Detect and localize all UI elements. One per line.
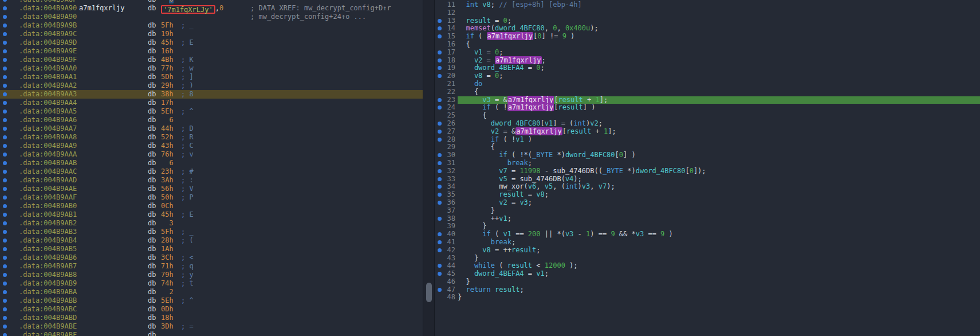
data-label[interactable]: a7m1fqxrljy [79,4,124,13]
disasm-row[interactable]: .data:004B9ABCdb0Dh [0,305,423,314]
pseudocode-line[interactable]: 15if ( a7m1fqxrljy[0] != 9 ) [435,33,980,41]
disasm-row[interactable]: .data:004B9AB9db74h; t [0,279,423,288]
pseudocode-line[interactable]: 12 [435,9,980,17]
disasm-row[interactable]: .data:004B9AACdb23h; # [0,167,423,176]
disasm-row[interactable]: .data:004B9ABAdb 2 [0,288,423,296]
disasm-row[interactable]: .data:004B9AB1db45h; E [0,210,423,219]
pseudocode-line[interactable]: 40if ( v1 == 200 || *(v3 - 1) == 9 && *v… [435,230,980,239]
pseudocode-line[interactable]: 43} [435,255,980,263]
pseudocode-line[interactable]: 13result = 0; [435,17,980,25]
disasm-row[interactable]: .data:004B9AAFdb50h; P [0,193,423,202]
disasm-row[interactable]: .data:004B9A9Bdb5Fh; _ [0,21,423,30]
pseudocode-line[interactable]: 11int v8; // [esp+8h] [ebp-4h] [435,1,980,9]
disasm-row[interactable]: .data:004B9A9Cdb19h [0,30,423,38]
pseudocode-line[interactable]: 18v2 = a7m1fqxrljy; [435,57,980,65]
pseudocode-line[interactable]: 34mw_xor(v6, v5, (int)v3, v7); [435,183,980,191]
scrollbar-thumb[interactable] [426,283,432,302]
disasm-row[interactable]: .data:004B9AA5db5Eh; ^ [0,107,423,116]
pseudocode-line[interactable]: 32v7 = 11998 - sub_4746DB((_BYTE *)dword… [435,167,980,175]
pseudocode-line[interactable]: 33v5 = sub_4746DB(v4); [435,175,980,183]
code-text: break; [458,239,980,247]
disasm-row[interactable]: .data:004B9AB2db 3 [0,219,423,228]
pseudocode-line[interactable]: 27v2 = &a7m1fqxrljy[result + 1]; [435,128,980,136]
disasm-row[interactable]: .data:004B9A8Fdb 0 [0,0,423,4]
vertical-scrollbar[interactable] [423,0,435,336]
pseudocode-line[interactable]: 48} [435,294,980,302]
pseudocode-line[interactable]: 30if ( !*(_BYTE *)dword_4BFC80[0] ) [435,151,980,159]
pseudocode-line[interactable]: 29{ [435,143,980,151]
pseudocode-line[interactable]: 31break; [435,159,980,167]
disasm-row[interactable]: .data:004B9AB6db3Ch; < [0,253,423,262]
disasm-row[interactable]: .data:004B9ABBdb5Eh; ^ [0,296,423,305]
ascii-comment: ; _ [181,228,194,236]
disasm-row[interactable]: .data:004B9AA0db77h; w [0,64,423,73]
pseudocode-line[interactable]: 19dword_4BEFA4 = 0; [435,64,980,72]
disasm-row[interactable]: .data:004B9ABDdb18h [0,314,423,322]
disasm-row[interactable]: .data:004B9AA4db17h [0,99,423,107]
disasm-row[interactable]: .data:004B9AA7db44h; D [0,124,423,133]
disasm-row[interactable]: .data:004B9AAAdb76h; v [0,150,423,159]
pseudocode-line[interactable]: 46} [435,278,980,286]
address-marker-icon [438,272,442,276]
disasm-row[interactable]: .data:004B9A9Edb16h [0,47,423,56]
token: = [482,72,495,80]
token: - [573,230,586,238]
disasm-row[interactable]: .data:004B9ABFdb [0,331,423,336]
disasm-row[interactable]: .data:004B9A90a7m1fqxrljydb'7m1fqXrLJy',… [0,4,423,13]
pseudocode-line[interactable]: 16{ [435,41,980,49]
pseudocode-line[interactable]: 25{ [435,112,980,120]
pseudocode-line[interactable]: 44while ( result < 12000 ); [435,262,980,270]
pseudocode-line[interactable]: 20v8 = 0; [435,72,980,80]
pseudocode-line[interactable]: 26dword_4BFC80[v1] = (int)v2; [435,120,980,128]
pseudocode-line[interactable]: 45dword_4BEFA4 = v1; [435,270,980,278]
disasm-row[interactable]: .data:004B9AB7db71h; q [0,262,423,271]
pseudocode-line[interactable]: 22{ [435,88,980,96]
value: 56h [161,185,174,193]
pseudocode-line[interactable]: 28if ( !v1 ) [435,136,980,144]
disasm-row[interactable]: .data:004B9AA1db5Dh; ] [0,73,423,81]
byte-value: 0 [161,0,174,4]
pseudocode-line[interactable]: 37} [435,207,980,215]
disasm-row[interactable]: .data:004B9AADdb3Ah; : [0,176,423,185]
disasm-row[interactable]: .data:004B9AA3db38h; 8 [0,90,423,99]
token: ; [528,198,532,206]
disasm-row[interactable]: .data:004B9AA6db 6 [0,116,423,124]
pseudocode-line[interactable]: 39} [435,222,980,230]
token: ; [541,64,545,72]
pseudocode-line[interactable]: 38++v1; [435,215,980,223]
disasm-row[interactable]: .data:004B9AA8db52h; R [0,133,423,142]
code-text: v3 = &a7m1fqxrljy[result + 1]; [458,96,980,104]
pseudocode-pane[interactable]: 11int v8; // [esp+8h] [ebp-4h]1213result… [435,0,980,336]
byte-value: 50h [161,193,174,202]
line-number: 12 [442,9,455,17]
disasm-row[interactable]: .data:004B9AA2db29h; ) [0,81,423,90]
pseudocode-line[interactable]: 24if ( !a7m1fqxrljy[result] ) [435,104,980,112]
disasm-row[interactable]: .data:004B9A9Ddb45h; E [0,38,423,47]
pseudocode-line[interactable]: 42v8 = ++result; [435,247,980,255]
disasm-row[interactable]: .data:004B9AAEdb56h; V [0,185,423,193]
token: break [491,238,511,246]
token: == [644,230,660,238]
address-dot-icon [3,299,7,303]
disasm-row[interactable]: .data:004B9AA9db43h; C [0,142,423,150]
pseudocode-line[interactable]: 14memset(dword_4BFC80, 0, 0x400u); [435,25,980,33]
pseudocode-line[interactable]: 47return result; [435,286,980,294]
pseudocode-line[interactable]: 36v2 = v3; [435,199,980,207]
pseudocode-line[interactable]: 35result = v8; [435,191,980,199]
token: ( ! [499,135,515,143]
pseudocode-line[interactable]: 17v1 = 0; [435,49,980,57]
disasm-row[interactable]: .data:004B9ABEdb3Dh; = [0,322,423,331]
pseudocode-line[interactable]: 41break; [435,239,980,247]
disasm-row[interactable]: .data:004B9AB8db79h; y [0,271,423,279]
pseudocode-line[interactable]: 23v3 = &a7m1fqxrljy[result + 1]; [435,96,980,104]
disasm-row[interactable]: .data:004B9AB5db1Ah [0,245,423,253]
disasm-row[interactable]: .data:004B9AB4db28h; ( [0,236,423,245]
disasm-row[interactable]: .data:004B9AB3db5Fh; _ [0,228,423,236]
disasm-row[interactable]: .data:004B9A90; mw_decrypt_config+24↑o .… [0,13,423,21]
disasm-row[interactable]: .data:004B9AB0db0Ch [0,202,423,210]
disasm-row[interactable]: .data:004B9AABdb 6 [0,159,423,167]
disasm-row[interactable]: .data:004B9A9Fdb4Bh; K [0,56,423,64]
disassembly-pane[interactable]: .data:004B9A8Fdb 0.data:004B9A90a7m1fqxr… [0,0,423,336]
pseudocode-line[interactable]: 21do [435,80,980,88]
address: .data:004B9AB3 [19,228,77,236]
